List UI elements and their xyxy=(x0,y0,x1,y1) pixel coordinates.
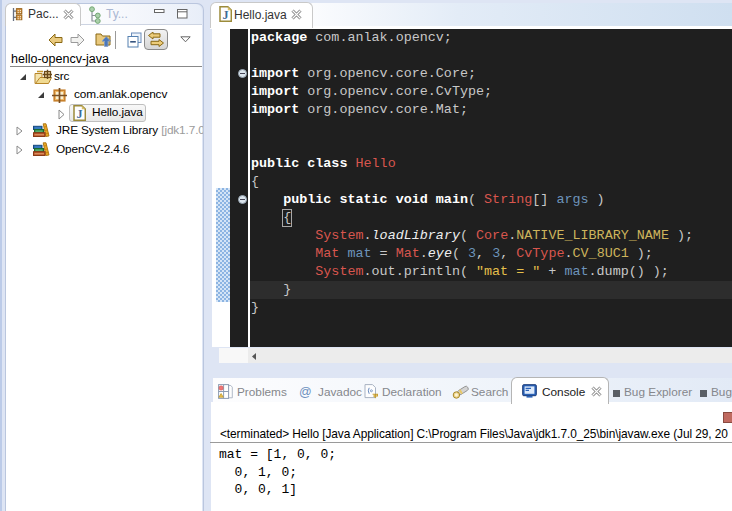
svg-text:J: J xyxy=(76,107,82,121)
svg-text:J: J xyxy=(222,8,228,22)
